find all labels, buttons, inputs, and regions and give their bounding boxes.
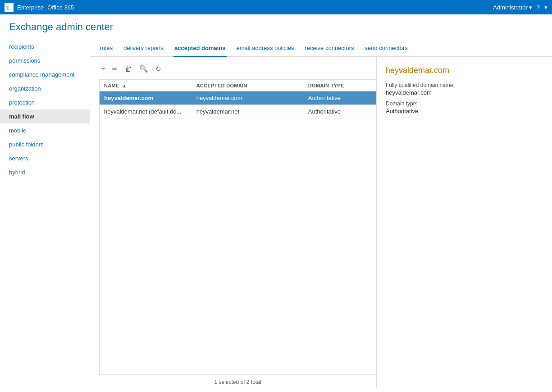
sidebar-item-compliance-management[interactable]: compliance management [0, 68, 90, 82]
domain-type-value: Authoritative [386, 108, 543, 114]
status-text: 1 selected of 2 total [214, 379, 261, 385]
tab-rules[interactable]: rules [99, 42, 114, 57]
status-bar: 1 selected of 2 total [99, 375, 376, 389]
tab-accepted-domains[interactable]: accepted domains [173, 42, 226, 57]
sidebar-item-organization[interactable]: organization [0, 82, 90, 96]
cell-domain-1: heyvaldemar.net [192, 105, 304, 119]
sidebar-item-permissions[interactable]: permissions [0, 54, 90, 68]
detail-panel: heyvaldemar.com Fully qualified domain n… [376, 57, 552, 389]
search-button[interactable]: 🔍 [137, 64, 150, 74]
cell-name-1: heyvaldemar.net (default do... [100, 105, 192, 119]
svg-text:E: E [6, 5, 9, 10]
cell-type-0: Authoritative [304, 91, 376, 105]
main-content: rulesdelivery reportsaccepted domainsema… [90, 37, 552, 389]
toolbar: + ✏ 🗑 🔍 ↻ [99, 64, 376, 74]
sidebar-item-mail-flow[interactable]: mail flow [0, 109, 90, 123]
table-header-row: NAME ▲ ACCEPTED DOMAIN DOMAIN TYPE [100, 80, 376, 91]
refresh-button[interactable]: ↻ [154, 64, 163, 74]
col-header-domain[interactable]: ACCEPTED DOMAIN [192, 80, 304, 91]
fqdn-label: Fully qualified domain name: [386, 82, 543, 88]
table-body: heyvaldemar.comheyvaldemar.comAuthoritat… [100, 91, 376, 119]
content-area: + ✏ 🗑 🔍 ↻ NAME ▲ [90, 57, 552, 389]
col-header-type[interactable]: DOMAIN TYPE [304, 80, 376, 91]
help-button[interactable]: ? [537, 4, 540, 11]
tab-email-address-policies[interactable]: email address policies [236, 42, 295, 57]
help-dropdown-icon: ▾ [544, 4, 547, 11]
product-enterprise[interactable]: Enterprise [17, 4, 44, 11]
delete-button[interactable]: 🗑 [123, 64, 134, 74]
fqdn-value: heyvaldemar.com [386, 89, 543, 96]
table-area: + ✏ 🗑 🔍 ↻ NAME ▲ [90, 57, 376, 389]
admin-label: Administrator [493, 4, 528, 11]
table-row[interactable]: heyvaldemar.comheyvaldemar.comAuthoritat… [100, 91, 376, 105]
admin-dropdown-icon: ▾ [529, 4, 532, 11]
tab-navigation: rulesdelivery reportsaccepted domainsema… [90, 37, 552, 57]
domains-table: NAME ▲ ACCEPTED DOMAIN DOMAIN TYPE [100, 80, 376, 119]
edit-button[interactable]: ✏ [110, 64, 119, 73]
cell-type-1: Authoritative [304, 105, 376, 119]
domain-type-label: Domain type: [386, 100, 543, 107]
tab-receive-connectors[interactable]: receive connectors [304, 42, 355, 57]
top-bar: E Enterprise Office 365 Administrator ▾ … [0, 0, 552, 14]
col-header-name[interactable]: NAME ▲ [100, 80, 192, 91]
topbar-right: Administrator ▾ ? ▾ [493, 4, 547, 11]
product-office365[interactable]: Office 365 [47, 4, 74, 11]
sidebar-item-hybrid[interactable]: hybrid [0, 165, 90, 179]
table-wrapper: NAME ▲ ACCEPTED DOMAIN DOMAIN TYPE [99, 79, 376, 375]
tab-send-connectors[interactable]: send connectors [364, 42, 409, 57]
layout: recipientspermissionscompliance manageme… [0, 37, 552, 389]
topbar-left: E Enterprise Office 365 [5, 3, 74, 12]
tab-delivery-reports[interactable]: delivery reports [123, 42, 164, 57]
sidebar-item-servers[interactable]: servers [0, 151, 90, 165]
admin-menu[interactable]: Administrator ▾ [493, 4, 532, 11]
sidebar-item-public-folders[interactable]: public folders [0, 137, 90, 151]
sidebar-item-recipients[interactable]: recipients [0, 40, 90, 54]
sidebar-item-protection[interactable]: protection [0, 96, 90, 109]
table-row[interactable]: heyvaldemar.net (default do...heyvaldema… [100, 105, 376, 119]
detail-title: heyvaldemar.com [386, 66, 543, 75]
app-logo: E [5, 3, 14, 12]
sidebar-item-mobile[interactable]: mobile [0, 123, 90, 137]
page-header: Exchange admin center [0, 14, 552, 37]
page-title: Exchange admin center [9, 21, 543, 33]
sort-arrow-name: ▲ [122, 83, 127, 88]
sidebar: recipientspermissionscompliance manageme… [0, 37, 90, 389]
cell-name-0: heyvaldemar.com [100, 91, 192, 105]
add-button[interactable]: + [99, 64, 107, 74]
cell-domain-0: heyvaldemar.com [192, 91, 304, 105]
